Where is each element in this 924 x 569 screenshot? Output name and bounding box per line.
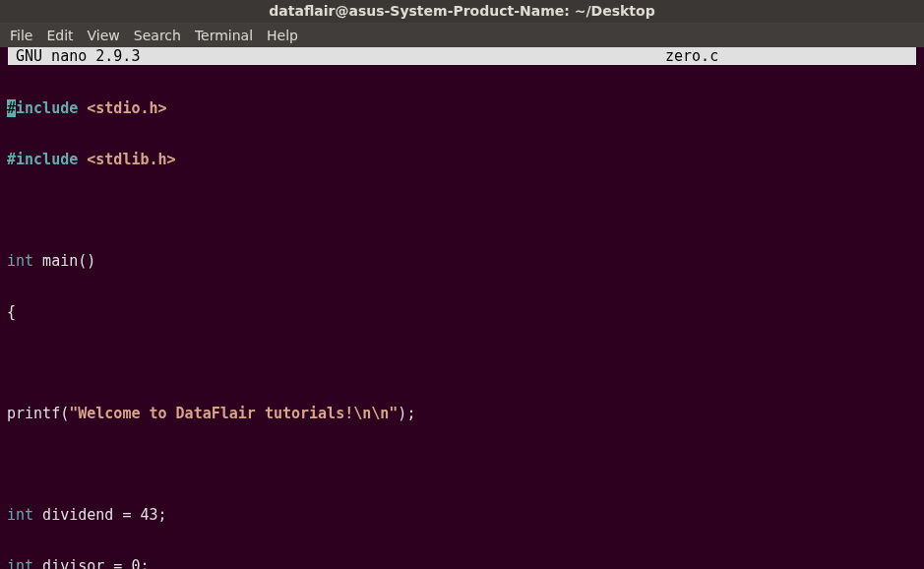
code-line-blank	[7, 457, 917, 474]
token-plain: );	[398, 405, 415, 422]
code-line: int divisor = 0;	[7, 558, 917, 569]
token-type: int	[7, 557, 33, 569]
menu-file[interactable]: File	[10, 28, 32, 43]
menu-terminal[interactable]: Terminal	[195, 28, 253, 43]
code-line: #include <stdlib.h>	[7, 152, 917, 168]
token-plain: {	[7, 303, 16, 321]
menu-edit[interactable]: Edit	[46, 28, 73, 43]
token-keyword: include	[16, 99, 78, 117]
token-type: int	[7, 506, 33, 524]
code-line-blank	[7, 354, 917, 371]
nano-version: GNU nano 2.9.3	[16, 47, 665, 65]
token-plain: printf(	[7, 405, 69, 422]
token-header: <stdio.h>	[78, 99, 166, 117]
code-line: {	[7, 304, 917, 321]
menu-help[interactable]: Help	[267, 28, 298, 43]
cursor: #	[7, 99, 16, 117]
nano-header: GNU nano 2.9.3 zero.c	[8, 47, 916, 65]
code-line: int dividend = 43;	[7, 507, 917, 524]
token-header: <stdlib.h>	[78, 151, 175, 168]
token-plain: dividend = 43;	[33, 506, 166, 524]
code-line: int main()	[7, 253, 917, 270]
code-line: printf("Welcome to DataFlair tutorials!\…	[7, 406, 917, 422]
nano-filename: zero.c	[665, 47, 916, 65]
token-plain: main()	[33, 252, 95, 270]
code-line: #include <stdio.h>	[7, 100, 917, 117]
code-line-blank	[7, 203, 917, 220]
menu-search[interactable]: Search	[134, 28, 181, 43]
token-plain: divisor = 0;	[33, 557, 149, 569]
menu-bar: File Edit View Search Terminal Help	[0, 23, 924, 47]
editor-area[interactable]: #include <stdio.h> #include <stdlib.h> i…	[0, 65, 924, 569]
token-string: "Welcome to DataFlair tutorials!\n\n"	[69, 405, 398, 422]
window-title: dataflair@asus-System-Product-Name: ~/De…	[0, 0, 924, 23]
token-keyword: #include	[7, 151, 78, 168]
menu-view[interactable]: View	[88, 28, 120, 43]
token-type: int	[7, 252, 33, 270]
